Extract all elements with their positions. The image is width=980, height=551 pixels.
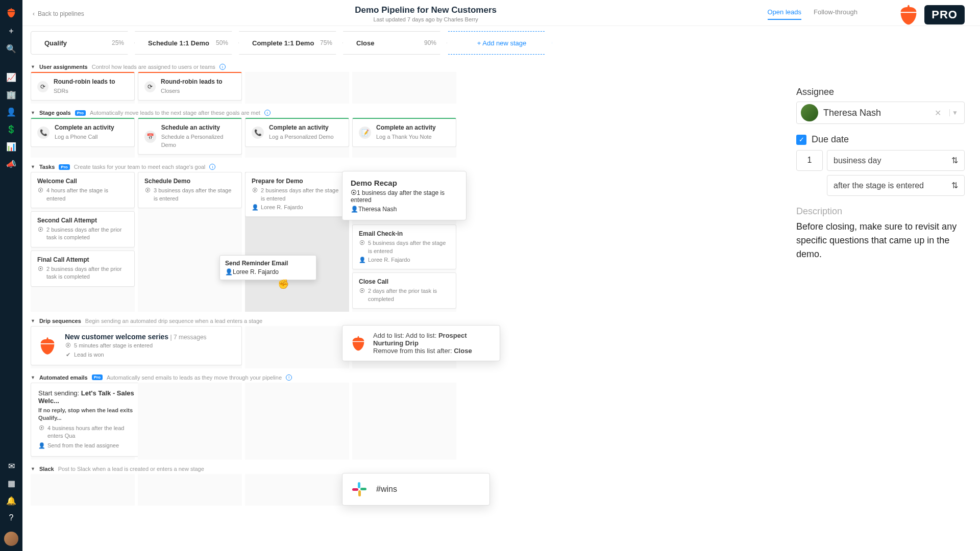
round-robin-sdrs[interactable]: ⟳ Round-robin leads toSDRs [31, 72, 135, 101]
select-caret-icon: ⇅ [951, 156, 958, 165]
people-icon[interactable]: 👤 [0, 104, 22, 119]
info-icon[interactable]: i [219, 64, 226, 70]
pro-tag: Pro [59, 164, 69, 170]
page-subtitle: Last updated 7 days ago by Charles Berry [84, 16, 768, 22]
stage-complete-demo[interactable]: Complete 1:1 Demo75% [239, 31, 343, 55]
goal-qualify[interactable]: 📞Complete an activityLog a Phone Call [31, 118, 135, 146]
caret-icon: ▼ [31, 64, 35, 69]
assignee-dropdown-icon[interactable]: ▼ [949, 109, 960, 116]
description-text[interactable]: Before closing, make sure to revisit any… [796, 220, 965, 261]
caret-icon: ▼ [31, 466, 35, 471]
due-unit-select[interactable]: business day⇅ [827, 150, 965, 171]
goal-complete[interactable]: 📞Complete an activityLog a Personalized … [245, 118, 349, 146]
pro-badge: PRO [897, 3, 965, 27]
announcements-icon[interactable]: 📣 [0, 156, 22, 171]
svg-rect-0 [358, 482, 360, 488]
stage-qualify[interactable]: Qualify25% [31, 31, 135, 55]
add-stage-button[interactable]: + Add new stage [448, 31, 552, 55]
tab-follow-through[interactable]: Follow-through [814, 8, 857, 20]
clock-icon: ⦿ [359, 239, 365, 247]
person-icon: 👤 [38, 442, 44, 449]
task-email-checkin[interactable]: Email Check-in⦿5 business days after the… [352, 224, 456, 269]
clock-icon: ⦿ [144, 187, 151, 194]
acorn-icon [350, 335, 367, 352]
refresh-icon: ⟳ [37, 81, 48, 92]
assignee-avatar [801, 104, 818, 121]
task-final-call[interactable]: Final Call Attempt⦿2 business days after… [31, 251, 135, 287]
clock-icon: ⦿ [351, 189, 357, 196]
goal-close[interactable]: 📝Complete an activityLog a Thank You Not… [352, 118, 456, 146]
chevron-left-icon: ‹ [33, 10, 35, 17]
back-link[interactable]: ‹ Back to pipelines [33, 10, 84, 17]
user-avatar[interactable] [4, 532, 18, 546]
refresh-icon: ⟳ [144, 81, 156, 92]
add-icon[interactable]: + [0, 23, 22, 39]
calendar-icon[interactable]: ▦ [0, 475, 22, 491]
stage-schedule-demo[interactable]: Schedule 1:1 Demo50% [135, 31, 239, 55]
assignee-label: Assignee [796, 87, 965, 97]
topbar: ‹ Back to pipelines Demo Pipeline for Ne… [22, 0, 980, 26]
auto-email-card[interactable]: Start sending: Let's Talk - Sales Welc..… [31, 383, 148, 457]
stage-close[interactable]: Close90% [343, 31, 447, 55]
select-caret-icon: ⇅ [951, 181, 958, 190]
slack-icon [352, 482, 367, 497]
task-schedule-demo[interactable]: Schedule Demo⦿3 business days after the … [138, 172, 242, 208]
section-automated-emails[interactable]: ▼ Automated emails Pro Automatically sen… [31, 371, 972, 383]
svg-rect-1 [360, 488, 366, 490]
phone-icon: 📞 [252, 127, 264, 139]
round-robin-closers[interactable]: ⟳ Round-robin leads toClosers [138, 72, 242, 101]
person-icon: 👤 [359, 256, 365, 264]
task-send-reminder-dragging[interactable]: Send Reminder Email 👤Loree R. Fajardo [219, 255, 316, 280]
clock-icon: ⦿ [37, 187, 43, 194]
view-tabs: Open leads Follow-through [768, 8, 858, 20]
info-icon[interactable]: i [264, 110, 271, 116]
section-slack[interactable]: ▼ Slack Post to Slack when a lead is cre… [31, 463, 972, 474]
info-icon[interactable]: i [286, 374, 292, 381]
drip-add-to-list[interactable]: Add to list: Add to list: Prospect Nurtu… [342, 325, 500, 361]
notifications-icon[interactable]: 🔔 [0, 493, 22, 508]
note-icon: 📝 [359, 127, 371, 139]
search-icon[interactable]: 🔍 [0, 41, 22, 56]
phone-icon: 📞 [37, 127, 50, 139]
drip-welcome-series[interactable]: New customer welcome series | 7 messages… [31, 326, 242, 365]
pro-label: PRO [924, 5, 965, 24]
left-nav-rail: + 🔍 📈 🏢 👤 💲 📊 📣 ✉ ▦ 🔔 ? [0, 0, 22, 551]
help-icon[interactable]: ? [0, 510, 22, 525]
svg-rect-2 [358, 490, 361, 496]
task-second-call[interactable]: Second Call Attempt⦿2 business days afte… [31, 211, 135, 247]
deals-icon[interactable]: 💲 [0, 121, 22, 137]
due-date-checkbox[interactable]: ✓ [796, 135, 806, 145]
tab-open-leads[interactable]: Open leads [768, 8, 802, 20]
companies-icon[interactable]: 🏢 [0, 87, 22, 102]
task-demo-recap[interactable]: Demo Recap ⦿1 business day after the sta… [342, 171, 467, 220]
caret-icon: ▼ [31, 164, 35, 169]
reports-icon[interactable]: 📊 [0, 139, 22, 154]
task-welcome-call[interactable]: Welcome Call⦿4 hours after the stage is … [31, 172, 135, 208]
task-close-call[interactable]: Close Call⦿2 days after the prior task i… [352, 272, 456, 309]
check-icon: ✔ [65, 351, 71, 359]
task-prepare-demo[interactable]: Prepare for Demo⦿2 business days after t… [245, 172, 349, 217]
section-drip[interactable]: ▼ Drip sequences Begin sending an automa… [31, 315, 972, 326]
due-trigger-select[interactable]: after the stage is entered⇅ [827, 175, 965, 196]
person-icon: 👤 [252, 204, 258, 211]
person-icon: 👤 [351, 206, 358, 213]
caret-icon: ▼ [31, 110, 35, 115]
section-user-assignments[interactable]: ▼ User assignments Control how leads are… [31, 61, 972, 72]
due-number-input[interactable]: 1 [796, 150, 823, 171]
clear-assignee-button[interactable]: ✕ [932, 108, 944, 118]
clock-icon: ⦿ [252, 187, 258, 194]
caret-icon: ▼ [31, 375, 35, 380]
slack-channel-card[interactable]: #wins [342, 473, 490, 506]
page-title: Demo Pipeline for New Customers [84, 5, 768, 15]
assignee-select[interactable]: Theresa Nash ✕ ▼ [796, 102, 965, 124]
pro-tag: Pro [75, 110, 86, 116]
task-detail-panel: Assignee Theresa Nash ✕ ▼ ✓ Due date 1 b… [796, 87, 965, 261]
clock-icon: ⦿ [37, 265, 43, 273]
info-icon[interactable]: i [209, 164, 215, 170]
mail-icon[interactable]: ✉ [0, 458, 22, 473]
clock-icon: ⦿ [38, 424, 44, 432]
app-logo-icon[interactable] [0, 4, 22, 21]
clock-icon: ⦿ [65, 342, 71, 349]
dashboard-icon[interactable]: 📈 [0, 69, 22, 85]
goal-schedule[interactable]: 📅Schedule an activitySchedule a Personal… [138, 118, 242, 155]
